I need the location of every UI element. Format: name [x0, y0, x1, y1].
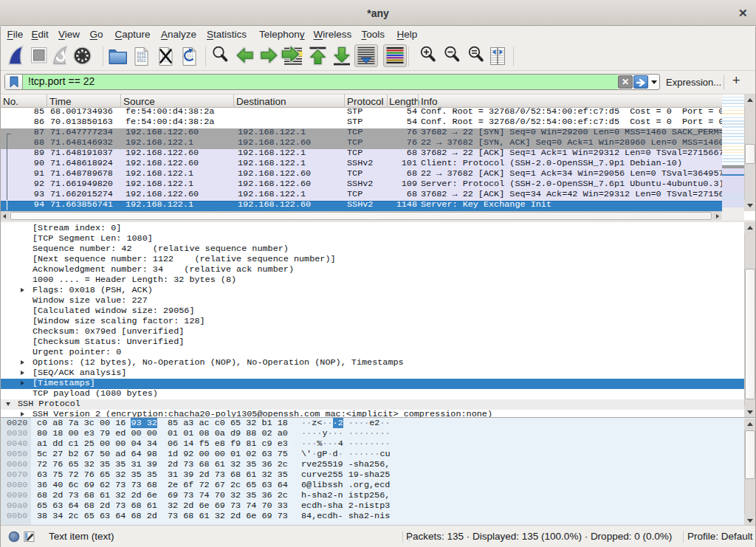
svg-text:0311: 0311: [137, 59, 146, 63]
